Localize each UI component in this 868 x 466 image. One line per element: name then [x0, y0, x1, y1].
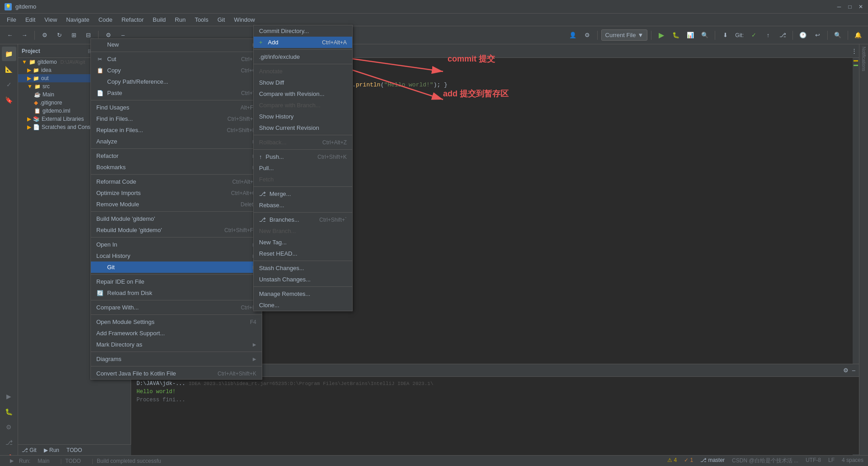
git-item-show-current-revision[interactable]: Show Current Revision	[254, 122, 352, 133]
back-button[interactable]: ←	[4, 29, 16, 42]
current-file-selector[interactable]: Current File ▼	[601, 29, 648, 41]
sync-button[interactable]: ↻	[53, 29, 66, 42]
profile-run-button[interactable]: 🔍	[698, 29, 711, 42]
git-item-add[interactable]: + Add Ctrl+Alt+A	[254, 37, 352, 48]
ctx-item-copy[interactable]: 📋 Copy Ctrl+C	[91, 65, 262, 76]
git-item-gitinfo[interactable]: .git/info/exclude	[254, 51, 352, 62]
git-item-branches[interactable]: ⎇ Branches... Ctrl+Shift+`	[254, 214, 352, 225]
menu-navigate[interactable]: Navigate	[61, 14, 94, 25]
menu-tools[interactable]: Tools	[190, 14, 213, 25]
expand-button[interactable]: ⊞	[67, 29, 80, 42]
sidebar-icon-bookmark[interactable]: 🔖	[2, 93, 16, 107]
minimize-button[interactable]: ─	[835, 3, 843, 10]
git-branch-button[interactable]: ⎇	[776, 29, 789, 42]
sidebar-icon-structure[interactable]: 📐	[2, 62, 16, 76]
ctx-item-git[interactable]: Git ▶	[91, 262, 262, 273]
ctx-item-diagrams[interactable]: Diagrams ▶	[91, 353, 262, 365]
git-push-button[interactable]: ↑	[762, 29, 774, 42]
git-update-button[interactable]: ⬇	[719, 29, 731, 42]
debug-button[interactable]: 🐛	[670, 29, 682, 42]
notifications-button[interactable]: 🔔	[852, 29, 864, 42]
history-button[interactable]: 🕐	[797, 29, 809, 42]
sidebar-icon-git[interactable]: ⎇	[2, 435, 16, 450]
ctx-item-paste[interactable]: 📄 Paste Ctrl+V	[91, 87, 262, 99]
git-item-pull[interactable]: Pull...	[254, 162, 352, 174]
ctx-item-add-framework[interactable]: Add Framework Support...	[91, 328, 262, 339]
ctx-item-compare-with[interactable]: Compare With... Ctrl+D	[91, 302, 262, 313]
ctx-item-find-files[interactable]: Find in Files... Ctrl+Shift+F	[91, 113, 262, 124]
git-item-unstash[interactable]: Unstash Changes...	[254, 274, 352, 285]
status-run-icon[interactable]: ▶	[5, 454, 19, 466]
git-bottom-label[interactable]: ⎇ Git	[22, 447, 37, 453]
ctx-item-convert-kotlin[interactable]: Convert Java File to Kotlin File Ctrl+Al…	[91, 368, 262, 379]
profile-button[interactable]: ⚙	[581, 29, 594, 42]
ctx-item-remove-module[interactable]: Remove Module Delete	[91, 199, 262, 210]
git-item-rebase[interactable]: Rebase...	[254, 200, 352, 211]
ctx-item-build-module[interactable]: Build Module 'gitdemo'	[91, 213, 262, 224]
ctx-item-open-in[interactable]: Open In ▶	[91, 239, 262, 250]
ctx-item-reload[interactable]: 🔄 Reload from Disk	[91, 287, 262, 299]
git-item-compare-revision[interactable]: Compare with Revision...	[254, 88, 352, 100]
panel-settings-icon[interactable]: ⚙	[843, 367, 849, 374]
menu-window[interactable]: Window	[230, 14, 259, 25]
git-check-button[interactable]: ✓	[747, 29, 760, 42]
run-button[interactable]: ▶	[655, 29, 668, 42]
ctx-item-new[interactable]: New ▶	[91, 39, 262, 50]
search-everywhere-button[interactable]: 🔍	[831, 29, 844, 42]
sidebar-icon-project[interactable]: 📁	[2, 47, 16, 61]
menu-edit[interactable]: Edit	[21, 14, 40, 25]
menu-code[interactable]: Code	[94, 14, 117, 25]
user-button[interactable]: 👤	[566, 29, 579, 42]
git-item-commit-dir[interactable]: Commit Directory...	[254, 25, 352, 37]
panel-close-icon[interactable]: –	[852, 367, 855, 374]
ctx-item-find-usages[interactable]: Find Usages Alt+F7	[91, 102, 262, 113]
maximize-button[interactable]: □	[846, 3, 854, 10]
ctx-item-module-settings[interactable]: Open Module Settings F4	[91, 316, 262, 328]
git-item-merge[interactable]: ⎇ Merge...	[254, 188, 352, 200]
status-line-ending[interactable]: LF	[828, 457, 835, 465]
todo-bottom-label[interactable]: TODO	[66, 447, 82, 453]
sidebar-icon-run[interactable]: ▶	[2, 389, 16, 404]
menu-run[interactable]: Run	[170, 14, 190, 25]
menu-build[interactable]: Build	[148, 14, 170, 25]
git-item-stash[interactable]: Stash Changes...	[254, 262, 352, 274]
coverage-button[interactable]: 📊	[684, 29, 697, 42]
ctx-item-analyze[interactable]: Analyze ▶	[91, 136, 262, 147]
git-item-clone[interactable]: Clone...	[254, 300, 352, 311]
forward-button[interactable]: →	[18, 29, 31, 42]
ctx-item-optimize[interactable]: Optimize Imports Ctrl+Alt+O	[91, 187, 262, 199]
ctx-item-refactor[interactable]: Refactor ▶	[91, 150, 262, 162]
ctx-item-rebuild-module[interactable]: Rebuild Module 'gitdemo' Ctrl+Shift+F9	[91, 224, 262, 236]
git-item-push[interactable]: ↑ Push... Ctrl+Shift+K	[254, 151, 352, 162]
menu-refactor[interactable]: Refactor	[117, 14, 148, 25]
ctx-item-reformat[interactable]: Reformat Code Ctrl+Alt+L	[91, 176, 262, 187]
git-item-show-history[interactable]: Show History	[254, 111, 352, 122]
sidebar-icon-debug[interactable]: 🐛	[2, 404, 16, 419]
ctx-item-replace-files[interactable]: Replace in Files... Ctrl+Shift+R	[91, 124, 262, 136]
ctx-paste-label: Paste	[107, 90, 122, 96]
ctx-item-local-history[interactable]: Local History ▶	[91, 250, 262, 262]
status-indentation[interactable]: 4 spaces	[842, 457, 863, 465]
status-encoding[interactable]: UTF-8	[806, 457, 821, 465]
tab-more-button[interactable]: ⋮	[851, 48, 857, 54]
undo-button[interactable]: ↩	[811, 29, 824, 42]
close-button[interactable]: ✕	[857, 3, 864, 10]
ctx-item-cut[interactable]: ✂ Cut Ctrl+X	[91, 53, 262, 65]
ctx-item-copy-path[interactable]: Copy Path/Reference...	[91, 76, 262, 87]
menu-view[interactable]: View	[40, 14, 61, 25]
ctx-item-mark-dir[interactable]: Mark Directory as ▶	[91, 339, 262, 350]
run-bottom-label[interactable]: ▶ Run	[44, 447, 59, 453]
git-item-new-tag[interactable]: New Tag...	[254, 237, 352, 248]
ctx-item-repair-ide[interactable]: Repair IDE on File	[91, 276, 262, 287]
ctx-item-bookmarks[interactable]: Bookmarks ▶	[91, 162, 262, 173]
git-item-reset-head[interactable]: Reset HEAD...	[254, 248, 352, 259]
menu-git[interactable]: Git	[213, 14, 230, 25]
status-git-branch[interactable]: ⎇ master	[700, 457, 725, 465]
git-item-manage-remotes[interactable]: Manage Remotes...	[254, 288, 352, 300]
menu-file[interactable]: File	[2, 14, 21, 25]
git-item-show-diff[interactable]: Show Diff	[254, 77, 352, 88]
sidebar-icon-services[interactable]: ⚙	[2, 420, 16, 434]
sidebar-icon-commit[interactable]: ✓	[2, 77, 16, 92]
status-todo-label[interactable]: TODO	[66, 458, 81, 464]
settings-button[interactable]: ⚙	[38, 29, 51, 42]
